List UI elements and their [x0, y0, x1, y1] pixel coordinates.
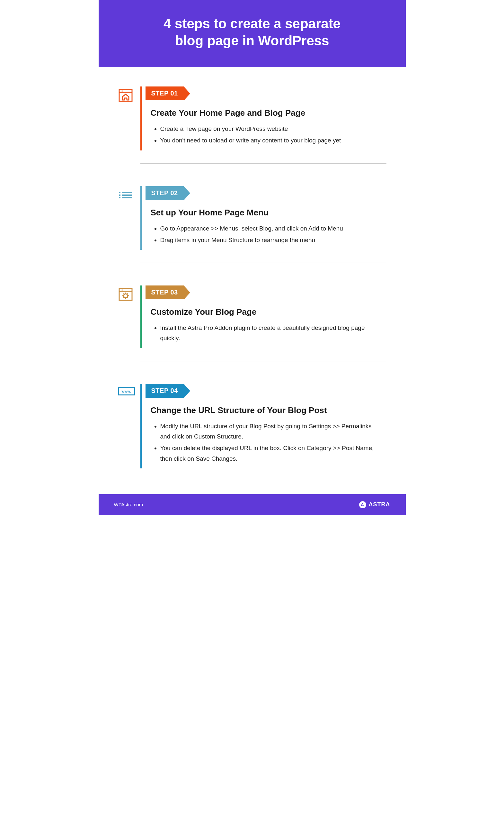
step-4-bullets: Modify the URL structure of your Blog Po…: [160, 421, 387, 464]
step-4-icon-col: www.: [118, 384, 141, 468]
svg-point-12: [120, 290, 121, 291]
list-item: Go to Appearance >> Menus, select Blog, …: [160, 223, 387, 234]
svg-line-21: [127, 294, 128, 294]
svg-point-3: [122, 91, 123, 92]
step-1-heading: Create Your Home Page and Blog Page: [151, 108, 387, 118]
footer: WPAstra.com A ASTRA: [98, 494, 406, 515]
list-item: Install the Astra Pro Addon plugin to cr…: [160, 323, 387, 344]
step-1-badge: STEP 01: [146, 87, 184, 100]
divider: [141, 361, 387, 361]
step-3-bullets: Install the Astra Pro Addon plugin to cr…: [160, 323, 387, 344]
step-1-bullets: Create a new page on your WordPress webs…: [160, 124, 387, 146]
step-3-heading: Customize Your Blog Page: [151, 307, 387, 317]
step-2: STEP 02 Set up Your Home Page Menu Go to…: [118, 186, 387, 250]
step-1-body: STEP 01 Create Your Home Page and Blog P…: [141, 87, 387, 150]
step-2-bullets: Go to Appearance >> Menus, select Blog, …: [160, 223, 387, 245]
step-2-badge: STEP 02: [146, 186, 184, 200]
svg-line-22: [123, 297, 124, 298]
list-item: Create a new page on your WordPress webs…: [160, 124, 387, 134]
divider: [141, 163, 387, 164]
list-item: Drag items in your Menu Structure to rea…: [160, 235, 387, 245]
step-2-icon-col: [118, 186, 141, 250]
svg-rect-4: [119, 192, 120, 193]
menu-lines-icon: [118, 187, 133, 203]
step-2-body: STEP 02 Set up Your Home Page Menu Go to…: [141, 186, 387, 250]
brand-text: ASTRA: [369, 501, 390, 508]
step-4-heading: Change the URL Structure of Your Blog Po…: [151, 405, 387, 416]
home-browser-icon: [118, 88, 133, 103]
step-1-icon-col: [118, 87, 141, 150]
svg-point-14: [124, 294, 128, 298]
footer-site: WPAstra.com: [114, 502, 143, 507]
page-title: 4 steps to create a separate blog page i…: [111, 15, 393, 49]
step-4-body: STEP 04 Change the URL Structure of Your…: [141, 384, 387, 468]
svg-line-20: [127, 297, 128, 298]
step-4: www. STEP 04 Change the URL Structure of…: [118, 384, 387, 468]
svg-rect-6: [119, 194, 120, 196]
step-2-heading: Set up Your Home Page Menu: [151, 208, 387, 218]
svg-rect-8: [119, 197, 120, 198]
list-item: You can delete the displayed URL in the …: [160, 443, 387, 464]
svg-rect-9: [122, 197, 132, 198]
title-line-2: blog page in WordPress: [175, 33, 329, 48]
step-3-badge: STEP 03: [146, 286, 184, 299]
astra-logo-icon: A: [359, 501, 366, 508]
step-3-icon-col: [118, 286, 141, 348]
header-banner: 4 steps to create a separate blog page i…: [98, 0, 406, 67]
list-item: You don't need to upload or write any co…: [160, 135, 387, 146]
gear-browser-icon: [118, 287, 133, 302]
svg-rect-5: [122, 192, 132, 193]
step-3-body: STEP 03 Customize Your Blog Page Install…: [141, 286, 387, 348]
title-line-1: 4 steps to create a separate: [164, 16, 340, 31]
svg-rect-7: [122, 194, 132, 196]
step-4-badge: STEP 04: [146, 384, 184, 398]
svg-point-13: [122, 290, 123, 291]
step-1: STEP 01 Create Your Home Page and Blog P…: [118, 87, 387, 150]
svg-point-2: [120, 91, 121, 92]
www-icon: www.: [118, 387, 135, 395]
list-item: Modify the URL structure of your Blog Po…: [160, 421, 387, 442]
svg-line-19: [123, 294, 124, 294]
footer-brand: A ASTRA: [359, 501, 390, 508]
steps-container: STEP 01 Create Your Home Page and Blog P…: [98, 67, 406, 494]
divider: [141, 263, 387, 263]
step-3: STEP 03 Customize Your Blog Page Install…: [118, 286, 387, 348]
